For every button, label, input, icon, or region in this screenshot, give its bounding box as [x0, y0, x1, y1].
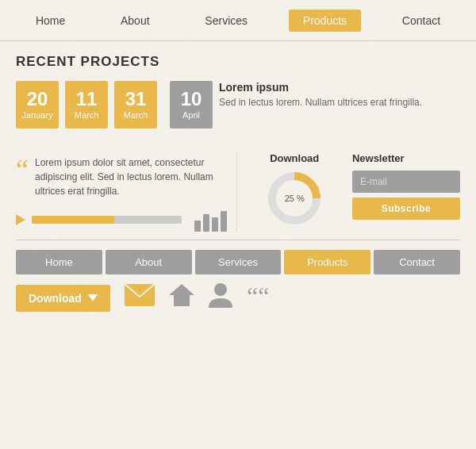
bottom-nav-products[interactable]: Products	[284, 250, 370, 274]
newsletter-section: Newsletter Subscribe	[352, 152, 460, 226]
date-num-3: 31	[125, 90, 147, 109]
download-button[interactable]: Download	[16, 285, 110, 312]
newsletter-label: Newsletter	[352, 152, 460, 164]
right-sections: Download 25 % Newsletter Subscribe	[250, 152, 461, 226]
date-month-1: January	[21, 110, 52, 120]
nav-home[interactable]: Home	[21, 10, 79, 32]
bar-2	[203, 214, 209, 232]
home-icon[interactable]	[169, 282, 194, 313]
email-icon[interactable]	[125, 284, 155, 312]
quote-icon[interactable]: ““	[247, 284, 275, 312]
bar-1	[194, 221, 201, 232]
progress-bar-fill	[32, 216, 114, 224]
bottom-nav-home[interactable]: Home	[16, 250, 102, 274]
right-column: Download 25 % Newsletter Subscribe	[237, 152, 461, 232]
svg-text:““: ““	[247, 284, 269, 306]
user-icon[interactable]	[209, 282, 232, 313]
bottom-nav-contact[interactable]: Contact	[374, 250, 460, 274]
bottom-navigation: Home About Services Products Contact	[16, 250, 460, 274]
bottom-nav-services[interactable]: Services	[195, 250, 282, 274]
date-num-4: 10	[181, 90, 202, 109]
lorem-text: Lorem ipsum Sed in lectus lorem. Nullam …	[219, 81, 422, 129]
bar-chart	[194, 208, 227, 232]
play-icon[interactable]	[16, 214, 25, 225]
date-box-march1: 11 March	[65, 81, 108, 129]
progress-row	[16, 208, 227, 232]
nav-about[interactable]: About	[106, 10, 164, 32]
date-boxes: 20 January 11 March 31 March	[16, 81, 157, 129]
lorem-block: 10 April Lorem ipsum Sed in lectus lorem…	[170, 81, 422, 129]
download-button-label: Download	[29, 292, 82, 305]
section-title: RECENT PROJECTS	[16, 54, 460, 70]
progress-bar-background	[32, 216, 182, 224]
icon-row: Download ““	[16, 282, 460, 313]
bottom-nav-about[interactable]: About	[106, 250, 192, 274]
lorem-title: Lorem ipsum	[219, 81, 289, 94]
date-month-3: March	[124, 110, 148, 120]
date-month-2: March	[75, 110, 99, 120]
date-month-4: April	[182, 110, 200, 120]
donut-percent: 25 %	[285, 194, 305, 203]
date-num-2: 11	[76, 90, 98, 109]
bar-4	[221, 211, 227, 232]
date-box-january: 20 January	[16, 81, 59, 129]
quote-block: “ Lorem ipsum dolor sit amet, consectetu…	[16, 152, 227, 198]
nav-services[interactable]: Services	[190, 10, 262, 32]
email-input[interactable]	[352, 171, 460, 193]
quote-mark-icon: “	[16, 155, 29, 198]
lorem-description: Sed in lectus lorem. Nullam ultrices era…	[219, 96, 422, 109]
download-section: Download 25 %	[250, 152, 340, 226]
date-num-1: 20	[27, 90, 48, 109]
date-box-march2: 31 March	[114, 81, 157, 129]
top-navigation: Home About Services Products Contact	[0, 0, 476, 41]
quote-text: Lorem ipsum dolor sit amet, consectetur …	[35, 155, 227, 198]
donut-chart: 25 %	[267, 171, 322, 226]
left-column: “ Lorem ipsum dolor sit amet, consectetu…	[16, 152, 237, 232]
dates-and-description: 20 January 11 March 31 March 10 April Lo…	[16, 81, 460, 141]
nav-contact[interactable]: Contact	[388, 10, 455, 32]
subscribe-button[interactable]: Subscribe	[352, 198, 460, 220]
caret-down-icon	[88, 294, 98, 301]
download-label: Download	[250, 152, 340, 164]
main-content: RECENT PROJECTS 20 January 11 March 31 M…	[0, 41, 476, 240]
bar-3	[212, 217, 218, 232]
divider	[16, 240, 460, 240]
two-column-section: “ Lorem ipsum dolor sit amet, consectetu…	[16, 152, 460, 232]
svg-marker-3	[169, 284, 194, 306]
svg-point-4	[214, 283, 227, 296]
nav-products[interactable]: Products	[289, 10, 361, 32]
date-box-april: 10 April	[170, 81, 213, 129]
